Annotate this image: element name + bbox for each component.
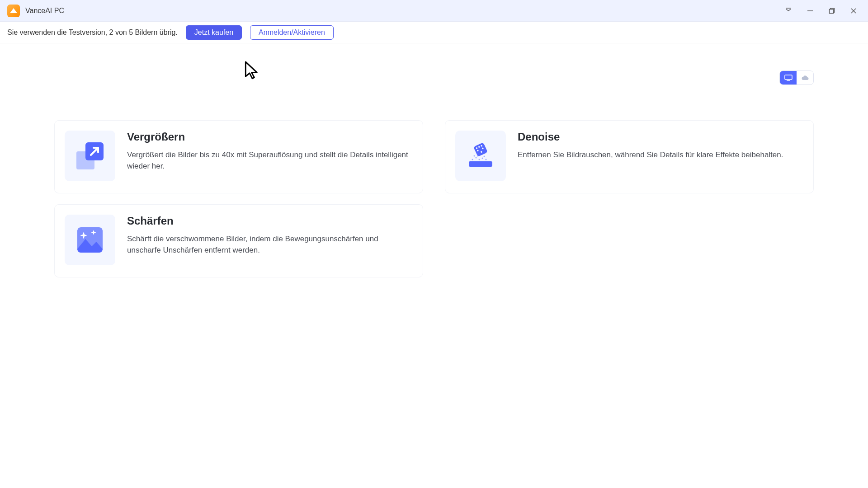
trial-bar: Sie verwenden die Testversion, 2 von 5 B… (0, 22, 868, 43)
denoise-icon (464, 140, 497, 172)
login-activate-button[interactable]: Anmelden/Aktivieren (250, 25, 334, 40)
maximize-button[interactable] (821, 0, 843, 22)
svg-rect-2 (830, 9, 834, 13)
card-title: Denoise (518, 131, 801, 143)
svg-rect-5 (785, 75, 792, 80)
processing-mode-toggle (779, 70, 814, 85)
card-icon-wrap (65, 131, 115, 181)
buy-now-button[interactable]: Jetzt kaufen (186, 25, 242, 40)
minimize-icon (807, 8, 813, 14)
cloud-icon (801, 75, 809, 80)
cloud-mode-segment[interactable] (797, 71, 813, 84)
sharpen-icon (74, 224, 106, 256)
card-icon-wrap (455, 131, 506, 181)
svg-point-17 (484, 156, 485, 157)
maximize-icon (829, 8, 835, 14)
local-mode-segment[interactable] (780, 71, 797, 84)
card-body: Denoise Entfernen Sie Bildrauschen, währ… (518, 131, 801, 181)
main-content: Vergrößern Vergrößert die Bilder bis zu … (0, 43, 868, 277)
card-icon-wrap (65, 215, 115, 265)
enlarge-icon (74, 140, 106, 172)
svg-point-12 (479, 159, 480, 160)
card-enlarge[interactable]: Vergrößern Vergrößert die Bilder bis zu … (54, 120, 423, 193)
card-denoise[interactable]: Denoise Entfernen Sie Bildrauschen, währ… (445, 120, 814, 193)
close-icon (850, 8, 857, 14)
card-description: Schärft die verschwommene Bilder, indem … (127, 234, 410, 256)
card-title: Schärfen (127, 215, 410, 227)
card-description: Vergrößert die Bilder bis zu 40x mit Sup… (127, 150, 410, 172)
card-description: Entfernen Sie Bildrauschen, während Sie … (518, 150, 801, 161)
monitor-icon (784, 75, 793, 81)
titlebar-left: VanceAI PC (7, 5, 64, 17)
svg-point-13 (482, 158, 483, 159)
feature-cards: Vergrößern Vergrößert die Bilder bis zu … (54, 120, 814, 277)
cursor-icon (244, 61, 260, 82)
app-logo-icon (7, 5, 20, 17)
trial-message: Sie verwenden die Testversion, 2 von 5 B… (7, 28, 178, 37)
card-sharpen[interactable]: Schärfen Schärft die verschwommene Bilde… (54, 204, 423, 277)
svg-point-11 (476, 157, 477, 159)
svg-point-10 (472, 159, 473, 160)
chevron-down-double-icon (785, 7, 792, 14)
titlebar: VanceAI PC (0, 0, 868, 22)
card-title: Vergrößern (127, 131, 410, 143)
svg-point-14 (486, 159, 487, 160)
close-button[interactable] (843, 0, 864, 22)
card-body: Vergrößern Vergrößert die Bilder bis zu … (127, 131, 410, 181)
svg-rect-18 (473, 142, 488, 157)
card-body: Schärfen Schärft die verschwommene Bilde… (127, 215, 410, 265)
window-controls (778, 0, 864, 22)
dropdown-menu-button[interactable] (778, 0, 799, 22)
app-title: VanceAI PC (25, 7, 64, 15)
svg-point-15 (474, 155, 475, 157)
svg-rect-9 (469, 161, 492, 167)
minimize-button[interactable] (799, 0, 821, 22)
